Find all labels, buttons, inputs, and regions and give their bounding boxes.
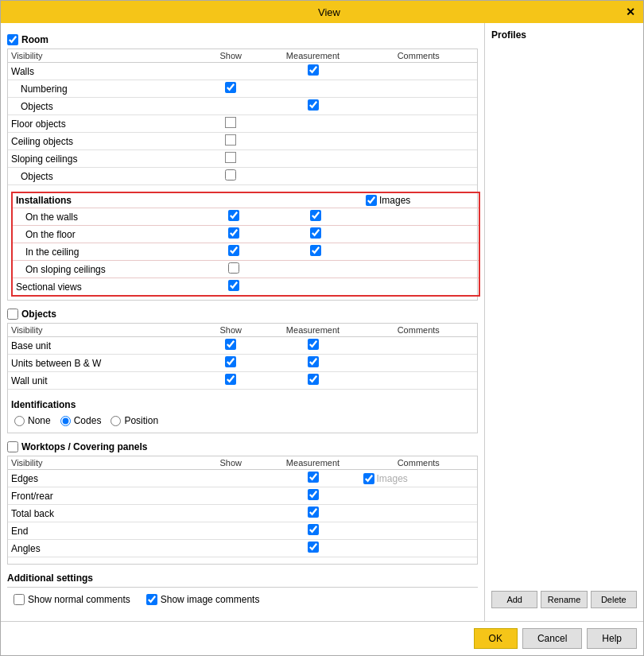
show-checkbox[interactable] [225, 374, 236, 385]
codes-option[interactable]: Codes [60, 415, 102, 426]
rename-button[interactable]: Rename [541, 591, 587, 608]
show-cell [196, 150, 266, 168]
show-image-comments-label[interactable]: Show image comments [146, 594, 260, 605]
comments-cell [360, 115, 478, 133]
sectional-views-row: Sectional views [12, 278, 479, 297]
sectional-comments-cell [363, 278, 479, 297]
show-normal-comments-label[interactable]: Show normal comments [14, 594, 130, 605]
images-checkbox[interactable] [366, 195, 377, 206]
show-cell [199, 208, 269, 226]
comments-cell [360, 98, 478, 115]
table-row: Objects [8, 98, 477, 115]
row-label: Walls [8, 63, 196, 80]
table-row: Base unit [8, 337, 477, 355]
empty-checkbox [225, 152, 236, 163]
comments-cell [360, 80, 478, 98]
codes-radio[interactable] [60, 416, 71, 426]
measurement-cell [266, 355, 360, 372]
measurement-checkbox[interactable] [310, 227, 321, 239]
images-text: Images [379, 195, 410, 206]
room-checkbox[interactable] [7, 34, 18, 45]
worktops-table: Visibility Show Measurement Comments Edg… [8, 456, 477, 557]
comments-cell [360, 150, 478, 168]
table-row: In the ceiling [12, 243, 479, 261]
comments-cell [360, 522, 478, 540]
table-row: Wall unit [8, 372, 477, 390]
measurement-cell [269, 208, 363, 226]
images-checkbox[interactable] [363, 473, 374, 484]
position-option[interactable]: Position [111, 415, 158, 426]
show-checkbox[interactable] [225, 82, 236, 93]
position-label: Position [124, 415, 158, 426]
show-checkbox[interactable] [225, 169, 236, 180]
ok-button[interactable]: OK [474, 628, 518, 649]
profiles-buttons: Add Rename Delete [491, 591, 637, 608]
measurement-checkbox[interactable] [308, 356, 319, 367]
identifications-options: None Codes Position [11, 412, 474, 429]
row-label: Units between B & W [8, 355, 196, 372]
profiles-content [491, 47, 637, 591]
measurement-checkbox[interactable] [308, 339, 319, 350]
show-checkbox[interactable] [228, 227, 239, 239]
measurement-cell [269, 226, 363, 243]
table-row: Edges Images [8, 470, 477, 487]
table-row: On sloping ceilings [12, 261, 479, 278]
measurement-checkbox[interactable] [308, 489, 319, 500]
show-checkbox[interactable] [225, 339, 236, 350]
delete-button[interactable]: Delete [591, 591, 637, 608]
show-checkbox[interactable] [228, 245, 239, 256]
row-label: End [8, 522, 196, 540]
show-cell [196, 168, 266, 185]
add-button[interactable]: Add [491, 591, 537, 608]
sectional-checkbox[interactable] [228, 280, 239, 291]
measurement-checkbox[interactable] [308, 541, 319, 553]
measurement-cell [269, 261, 363, 278]
show-cell [196, 540, 266, 557]
show-checkbox[interactable] [228, 210, 239, 221]
row-label: On sloping ceilings [12, 261, 199, 278]
show-cell [196, 63, 266, 80]
show-normal-comments-text: Show normal comments [28, 594, 130, 605]
row-label: Objects [8, 98, 196, 115]
measurement-checkbox[interactable] [308, 99, 319, 111]
show-cell [196, 355, 266, 372]
images-label-container: Images [363, 473, 475, 484]
help-button[interactable]: Help [587, 628, 637, 649]
sectional-label: Sectional views [12, 278, 199, 297]
show-cell [196, 133, 266, 150]
none-radio[interactable] [14, 416, 25, 426]
comments-cell [360, 337, 478, 355]
measurement-cell [266, 487, 360, 505]
th-measurement: Measurement [266, 324, 360, 337]
table-row: Floor objects [8, 115, 477, 133]
measurement-cell [269, 243, 363, 261]
table-row: End [8, 522, 477, 540]
measurement-checkbox[interactable] [308, 507, 319, 518]
measurement-checkbox[interactable] [308, 374, 319, 385]
table-row: Sloping ceilings [8, 150, 477, 168]
cancel-button[interactable]: Cancel [522, 628, 582, 649]
measurement-checkbox[interactable] [308, 64, 319, 76]
show-checkbox[interactable] [225, 356, 236, 367]
th-visibility: Visibility [8, 456, 196, 470]
show-normal-comments-checkbox[interactable] [14, 594, 25, 605]
none-option[interactable]: None [14, 415, 51, 426]
measurement-cell [266, 63, 360, 80]
position-radio[interactable] [111, 416, 121, 426]
identifications-container: Identifications None Codes Position [8, 396, 477, 433]
objects-checkbox[interactable] [7, 309, 18, 320]
show-image-comments-checkbox[interactable] [146, 594, 157, 605]
measurement-cell [266, 505, 360, 522]
comments-cell [363, 208, 479, 226]
measurement-checkbox[interactable] [310, 210, 321, 221]
close-button[interactable]: ✕ [626, 6, 635, 18]
worktops-checkbox[interactable] [7, 441, 18, 452]
show-checkbox[interactable] [228, 262, 239, 274]
left-panel: Room Visibility Show Measurement Comment… [1, 23, 484, 621]
table-row: Units between B & W [8, 355, 477, 372]
measurement-checkbox[interactable] [308, 524, 319, 535]
measurement-checkbox[interactable] [308, 472, 319, 483]
measurement-checkbox[interactable] [310, 245, 321, 256]
identifications-title: Identifications [11, 399, 474, 410]
installations-measurement-cell [269, 192, 363, 208]
